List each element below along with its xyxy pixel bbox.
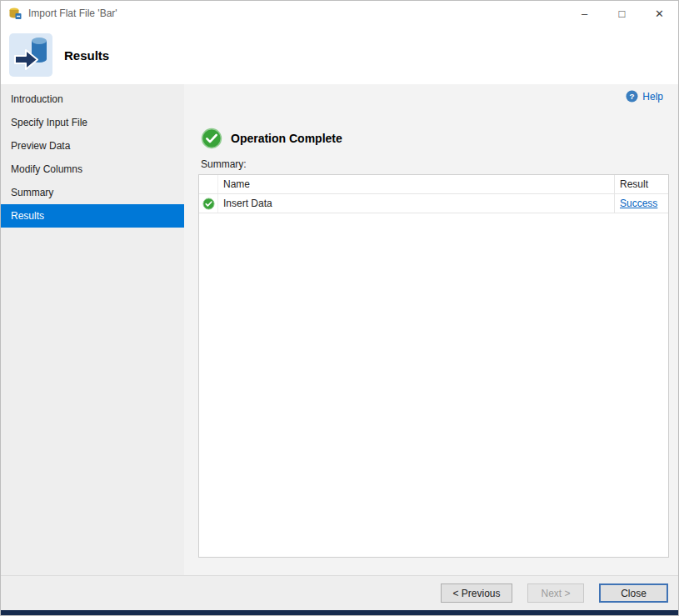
row-status-cell xyxy=(199,194,218,213)
minimize-button[interactable]: – xyxy=(566,1,603,26)
close-window-button[interactable]: ✕ xyxy=(641,1,678,26)
table-header-row: Name Result xyxy=(199,175,668,194)
window-title: Import Flat File 'Bar' xyxy=(28,8,566,19)
help-label: Help xyxy=(642,91,663,103)
success-check-icon xyxy=(201,128,222,149)
row-success-check-icon xyxy=(202,198,215,210)
next-button[interactable]: Next > xyxy=(527,583,584,603)
sidebar-item-specify-input-file[interactable]: Specify Input File xyxy=(1,111,184,134)
wizard-footer: < Previous Next > Close xyxy=(1,575,678,610)
results-pane: ? Help Operation Complete Summary: xyxy=(184,84,678,575)
result-success-link[interactable]: Success xyxy=(620,198,657,209)
sidebar-item-preview-data[interactable]: Preview Data xyxy=(1,134,184,158)
name-column-header: Name xyxy=(218,175,615,193)
wizard-header: Results xyxy=(1,26,678,84)
close-button[interactable]: Close xyxy=(599,583,668,603)
svg-text:?: ? xyxy=(630,92,635,101)
import-database-icon xyxy=(9,33,52,77)
window-controls: – □ ✕ xyxy=(566,1,678,26)
previous-button[interactable]: < Previous xyxy=(441,583,512,603)
summary-label: Summary: xyxy=(201,158,247,170)
wizard-steps-sidebar: Introduction Specify Input File Preview … xyxy=(1,84,184,575)
title-bar: Import Flat File 'Bar' – □ ✕ xyxy=(1,1,678,26)
help-icon: ? xyxy=(626,90,638,103)
operation-complete-heading: Operation Complete xyxy=(231,132,342,145)
page-title: Results xyxy=(64,48,109,63)
wizard-window: Import Flat File 'Bar' – □ ✕ Results Int… xyxy=(0,0,679,616)
app-icon xyxy=(8,7,22,20)
sidebar-item-summary[interactable]: Summary xyxy=(1,181,184,204)
row-name-cell: Insert Data xyxy=(218,194,615,213)
sidebar-item-results[interactable]: Results xyxy=(1,204,184,228)
operation-status: Operation Complete xyxy=(201,128,342,149)
result-column-header: Result xyxy=(615,175,668,193)
sidebar-item-modify-columns[interactable]: Modify Columns xyxy=(1,158,184,181)
bottom-accent-strip xyxy=(1,610,678,615)
results-table: Name Result Insert Data Suc xyxy=(198,174,669,558)
maximize-button[interactable]: □ xyxy=(603,1,641,26)
status-column-header xyxy=(199,175,218,193)
help-link[interactable]: ? Help xyxy=(626,90,663,103)
table-row[interactable]: Insert Data Success xyxy=(199,194,668,213)
sidebar-item-introduction[interactable]: Introduction xyxy=(1,88,184,111)
